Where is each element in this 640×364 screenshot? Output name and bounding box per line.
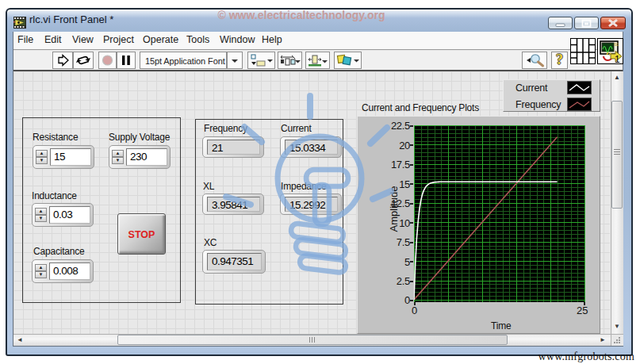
svg-text:60: 60 bbox=[615, 42, 619, 47]
svg-text:1: 1 bbox=[615, 54, 620, 63]
